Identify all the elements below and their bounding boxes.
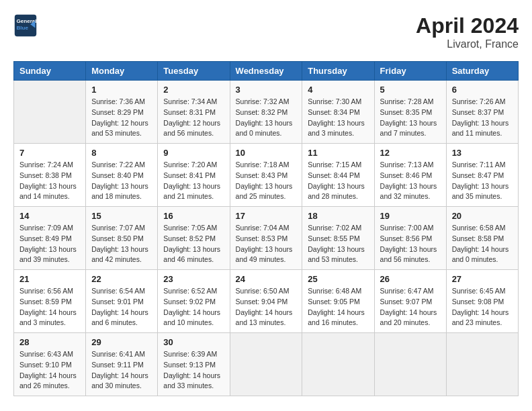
day-info: Sunrise: 7:20 AMSunset: 8:41 PMDaylight:… — [163, 160, 224, 202]
day-info: Sunrise: 6:50 AMSunset: 9:04 PMDaylight:… — [236, 286, 297, 328]
page-title: April 2024 — [416, 13, 519, 38]
day-number: 25 — [308, 274, 368, 284]
calendar-cell — [14, 81, 86, 144]
calendar-cell: 19Sunrise: 7:00 AMSunset: 8:56 PMDayligh… — [374, 207, 446, 270]
day-info: Sunrise: 7:28 AMSunset: 8:35 PMDaylight:… — [380, 97, 441, 139]
day-number: 27 — [452, 274, 513, 284]
day-info: Sunrise: 7:18 AMSunset: 8:43 PMDaylight:… — [236, 160, 297, 202]
calendar-cell: 10Sunrise: 7:18 AMSunset: 8:43 PMDayligh… — [230, 144, 302, 207]
day-info: Sunrise: 6:47 AMSunset: 9:07 PMDaylight:… — [380, 286, 441, 328]
day-number: 17 — [236, 211, 297, 221]
calendar-cell: 24Sunrise: 6:50 AMSunset: 9:04 PMDayligh… — [230, 270, 302, 333]
calendar-cell: 8Sunrise: 7:22 AMSunset: 8:40 PMDaylight… — [86, 144, 158, 207]
day-info: Sunrise: 7:04 AMSunset: 8:53 PMDaylight:… — [236, 223, 297, 265]
day-number: 2 — [163, 85, 224, 95]
calendar-week-row: 7Sunrise: 7:24 AMSunset: 8:38 PMDaylight… — [14, 144, 519, 207]
calendar-cell — [446, 333, 518, 396]
day-number: 29 — [91, 337, 152, 347]
logo-icon: General Blue — [13, 13, 38, 38]
day-info: Sunrise: 7:00 AMSunset: 8:56 PMDaylight:… — [380, 223, 441, 265]
day-info: Sunrise: 7:22 AMSunset: 8:40 PMDaylight:… — [91, 160, 152, 202]
day-info: Sunrise: 7:15 AMSunset: 8:44 PMDaylight:… — [308, 160, 368, 202]
day-number: 4 — [308, 85, 368, 95]
day-info: Sunrise: 6:45 AMSunset: 9:08 PMDaylight:… — [452, 286, 513, 328]
day-number: 11 — [308, 148, 368, 158]
day-info: Sunrise: 7:11 AMSunset: 8:47 PMDaylight:… — [452, 160, 513, 202]
calendar-week-row: 1Sunrise: 7:36 AMSunset: 8:29 PMDaylight… — [14, 81, 519, 144]
calendar-cell: 27Sunrise: 6:45 AMSunset: 9:08 PMDayligh… — [446, 270, 518, 333]
day-number: 19 — [380, 211, 441, 221]
weekday-header: Sunday — [14, 62, 86, 81]
day-number: 22 — [91, 274, 152, 284]
calendar-table: SundayMondayTuesdayWednesdayThursdayFrid… — [13, 61, 519, 396]
calendar-cell: 12Sunrise: 7:13 AMSunset: 8:46 PMDayligh… — [374, 144, 446, 207]
calendar-week-row: 14Sunrise: 7:09 AMSunset: 8:49 PMDayligh… — [14, 207, 519, 270]
calendar-cell — [374, 333, 446, 396]
day-info: Sunrise: 6:41 AMSunset: 9:11 PMDaylight:… — [91, 349, 152, 392]
calendar-cell: 6Sunrise: 7:26 AMSunset: 8:37 PMDaylight… — [446, 81, 518, 144]
calendar-week-row: 28Sunrise: 6:43 AMSunset: 9:10 PMDayligh… — [14, 333, 519, 396]
day-info: Sunrise: 6:56 AMSunset: 8:59 PMDaylight:… — [19, 286, 80, 328]
calendar-cell: 17Sunrise: 7:04 AMSunset: 8:53 PMDayligh… — [230, 207, 302, 270]
calendar-cell: 11Sunrise: 7:15 AMSunset: 8:44 PMDayligh… — [302, 144, 374, 207]
day-number: 16 — [163, 211, 224, 221]
page-header: General Blue April 2024 Livarot, France — [13, 13, 519, 50]
day-number: 30 — [163, 337, 224, 347]
day-info: Sunrise: 7:02 AMSunset: 8:55 PMDaylight:… — [308, 223, 368, 265]
day-number: 18 — [308, 211, 368, 221]
day-info: Sunrise: 7:24 AMSunset: 8:38 PMDaylight:… — [19, 160, 80, 202]
calendar-cell: 25Sunrise: 6:48 AMSunset: 9:05 PMDayligh… — [302, 270, 374, 333]
calendar-cell: 16Sunrise: 7:05 AMSunset: 8:52 PMDayligh… — [158, 207, 230, 270]
day-info: Sunrise: 6:54 AMSunset: 9:01 PMDaylight:… — [91, 286, 152, 328]
calendar-cell: 14Sunrise: 7:09 AMSunset: 8:49 PMDayligh… — [14, 207, 86, 270]
day-number: 13 — [452, 148, 513, 158]
calendar-cell — [230, 333, 302, 396]
weekday-header: Tuesday — [158, 62, 230, 81]
day-number: 1 — [91, 85, 152, 95]
day-number: 15 — [91, 211, 152, 221]
calendar-week-row: 21Sunrise: 6:56 AMSunset: 8:59 PMDayligh… — [14, 270, 519, 333]
page-subtitle: Livarot, France — [416, 38, 519, 50]
day-info: Sunrise: 7:36 AMSunset: 8:29 PMDaylight:… — [91, 97, 152, 139]
calendar-cell: 2Sunrise: 7:34 AMSunset: 8:31 PMDaylight… — [158, 81, 230, 144]
day-info: Sunrise: 7:09 AMSunset: 8:49 PMDaylight:… — [19, 223, 80, 265]
calendar-cell: 20Sunrise: 6:58 AMSunset: 8:58 PMDayligh… — [446, 207, 518, 270]
calendar-cell: 18Sunrise: 7:02 AMSunset: 8:55 PMDayligh… — [302, 207, 374, 270]
day-number: 28 — [19, 337, 80, 347]
calendar-cell: 15Sunrise: 7:07 AMSunset: 8:50 PMDayligh… — [86, 207, 158, 270]
weekday-header: Saturday — [446, 62, 518, 81]
weekday-header: Thursday — [302, 62, 374, 81]
weekday-header: Wednesday — [230, 62, 302, 81]
day-number: 20 — [452, 211, 513, 221]
calendar-cell: 30Sunrise: 6:39 AMSunset: 9:13 PMDayligh… — [158, 333, 230, 396]
day-number: 6 — [452, 85, 513, 95]
calendar-cell — [302, 333, 374, 396]
day-info: Sunrise: 7:32 AMSunset: 8:32 PMDaylight:… — [236, 97, 297, 139]
day-info: Sunrise: 7:07 AMSunset: 8:50 PMDaylight:… — [91, 223, 152, 265]
logo: General Blue — [13, 13, 38, 38]
calendar-cell: 23Sunrise: 6:52 AMSunset: 9:02 PMDayligh… — [158, 270, 230, 333]
day-number: 23 — [163, 274, 224, 284]
weekday-header: Monday — [86, 62, 158, 81]
day-number: 10 — [236, 148, 297, 158]
calendar-cell: 26Sunrise: 6:47 AMSunset: 9:07 PMDayligh… — [374, 270, 446, 333]
calendar-cell: 5Sunrise: 7:28 AMSunset: 8:35 PMDaylight… — [374, 81, 446, 144]
day-number: 8 — [91, 148, 152, 158]
day-info: Sunrise: 6:52 AMSunset: 9:02 PMDaylight:… — [163, 286, 224, 328]
day-info: Sunrise: 7:26 AMSunset: 8:37 PMDaylight:… — [452, 97, 513, 139]
day-info: Sunrise: 6:48 AMSunset: 9:05 PMDaylight:… — [308, 286, 368, 328]
calendar-cell: 22Sunrise: 6:54 AMSunset: 9:01 PMDayligh… — [86, 270, 158, 333]
weekday-header: Friday — [374, 62, 446, 81]
day-number: 21 — [19, 274, 80, 284]
day-number: 5 — [380, 85, 441, 95]
calendar-cell: 1Sunrise: 7:36 AMSunset: 8:29 PMDaylight… — [86, 81, 158, 144]
day-info: Sunrise: 7:34 AMSunset: 8:31 PMDaylight:… — [163, 97, 224, 139]
day-info: Sunrise: 7:05 AMSunset: 8:52 PMDaylight:… — [163, 223, 224, 265]
calendar-cell: 21Sunrise: 6:56 AMSunset: 8:59 PMDayligh… — [14, 270, 86, 333]
calendar-cell: 28Sunrise: 6:43 AMSunset: 9:10 PMDayligh… — [14, 333, 86, 396]
day-number: 24 — [236, 274, 297, 284]
day-info: Sunrise: 6:39 AMSunset: 9:13 PMDaylight:… — [163, 349, 224, 392]
day-info: Sunrise: 7:30 AMSunset: 8:34 PMDaylight:… — [308, 97, 368, 139]
day-number: 3 — [236, 85, 297, 95]
day-info: Sunrise: 6:58 AMSunset: 8:58 PMDaylight:… — [452, 223, 513, 265]
